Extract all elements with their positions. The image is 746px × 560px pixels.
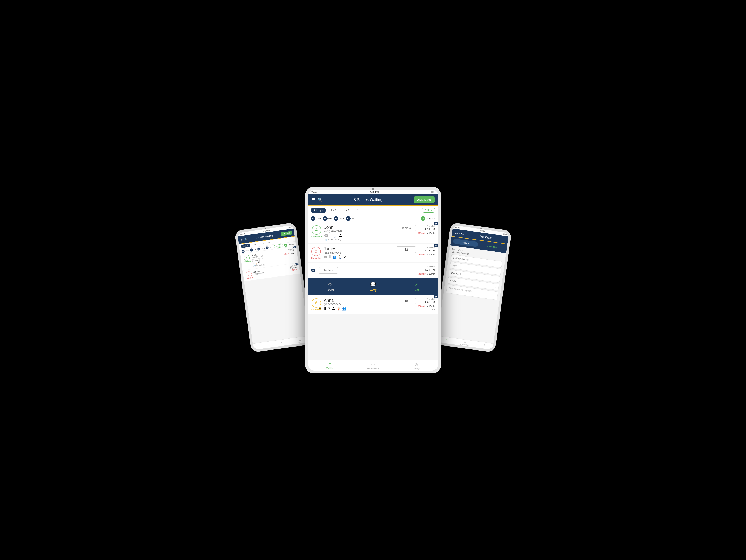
swiped-wait-num: 31min: [418, 272, 426, 275]
app-header: ☰ 🔍 3 Parties Waiting ADD NEW: [308, 194, 438, 205]
left-item1-right: Arrived at 4:11 PM 30min / 10min: [283, 248, 295, 255]
note-icon: 📄: [324, 239, 327, 241]
left-filter-5plus[interactable]: 5+: [266, 241, 271, 245]
john-icons: x1 ⠿ 🚶 ⛱: [324, 234, 394, 238]
rp-carrier: Verizon: [455, 226, 461, 229]
james-status: Cancelled: [311, 257, 321, 259]
seat-action[interactable]: ✓ Seat: [395, 278, 438, 296]
group2-icon: ⠿: [328, 255, 331, 259]
rp-cancel-button[interactable]: CANCEL: [454, 231, 464, 235]
add-new-button[interactable]: ADD NEW: [414, 196, 435, 203]
search-icon[interactable]: 🔍: [318, 197, 322, 202]
filter-label: Filter: [427, 209, 432, 212]
cancel-icon: ⊘: [328, 282, 332, 287]
left-badge-x3: x3: [241, 249, 245, 253]
nav-reservations[interactable]: ▭ Reservations: [351, 362, 395, 370]
rp-nav-reservations[interactable]: ▭ Reservations: [455, 339, 475, 347]
anna-status: Notified +1: [311, 309, 321, 311]
anna-corner-badge: W: [434, 296, 438, 298]
filter-1-2[interactable]: 1 - 2: [327, 207, 339, 213]
x1-badge: x1: [324, 234, 328, 237]
nav-history-label: History: [413, 367, 420, 370]
person-standing-icon: 🚶: [333, 234, 337, 238]
rp-nav-history[interactable]: ◷: [474, 342, 493, 349]
waitlist-container: W 4 Confirmed John (408) 909-6398 x1 ⠿ 🚶…: [308, 222, 438, 360]
anna-arrived-time: 4:28 PM: [425, 301, 435, 304]
anna-name: Anna: [324, 298, 394, 303]
seat-label: Seat: [413, 288, 419, 291]
clock: 4:59 PM: [370, 191, 379, 193]
waitlist-item-anna[interactable]: W 6 Notified +1 Anna (222) 222-2222 ⠿ ☑: [308, 296, 438, 314]
left-add-new-button[interactable]: ADD NEW: [280, 231, 292, 236]
swiped-wait-slash: / 10min: [427, 273, 435, 275]
john-note-text: Peanut Allergy: [327, 239, 341, 241]
left-filter-12[interactable]: 1 - 2: [251, 243, 258, 247]
waitlist-item-james[interactable]: W 2 Cancelled James (262) 563-9863 x2 ⠿ …: [308, 244, 438, 262]
time-x1: 24m: [351, 217, 356, 220]
notify-action[interactable]: 💬 Notify: [351, 278, 395, 296]
selected-label: Selected: [426, 217, 435, 220]
count-x3: x3 28m: [311, 216, 321, 221]
left-phone: Verizon 4:58 PM 12% ☰ 🔍 3 Parties Waitin…: [234, 222, 312, 353]
rp-reservations-icon: ▭: [464, 340, 466, 343]
anna-notified-count: +1: [319, 307, 321, 310]
filter-button[interactable]: ⚙ Filter: [422, 208, 435, 213]
james-icons: x2 ⠿ 👥 🚶 ☑: [324, 255, 394, 259]
left-item2-corner: W: [295, 263, 299, 265]
filter-3-4[interactable]: 3 - 4: [341, 207, 352, 213]
rp-form: Past Visits: 1 Last Visit: 7/24/2018 Par…: [437, 245, 506, 343]
right-phone: Verizon 11:06 AM 13% CANCEL Add Party Wa…: [434, 222, 512, 353]
anna-right: Arrived at 4:28 PM 24min / 10min DEV: [418, 298, 435, 310]
notify-icon: 💬: [370, 282, 376, 287]
filter-5plus[interactable]: 5+: [354, 207, 363, 213]
left-menu-icon[interactable]: ☰: [240, 238, 243, 241]
left-filter-button[interactable]: ⚙ Filter: [274, 244, 283, 248]
page-title: 3 Parties Waiting: [325, 198, 411, 202]
x2-badge: x2: [324, 256, 327, 258]
waitlist-item-john[interactable]: W 4 Confirmed John (408) 909-6398 x1 ⠿ 🚶…: [308, 222, 438, 243]
james-info: James (262) 563-9863 x2 ⠿ 👥 🚶 ☑: [324, 246, 394, 260]
seat-icon: ✓: [414, 282, 418, 287]
tablet-inner: Verizon 4:59 PM 66% ☰ 🔍 3 Parties Waitin…: [308, 190, 438, 370]
john-table-input[interactable]: [397, 225, 416, 231]
john-status: Confirmed: [311, 235, 322, 238]
battery: 66%: [431, 191, 434, 193]
group3-icon: 👥: [333, 255, 337, 259]
swiped-table-input[interactable]: [319, 267, 338, 274]
nav-reservations-icon: ▭: [371, 362, 375, 367]
rp-note-placeholder: Note or special requests...: [449, 287, 474, 292]
left-carrier: Verizon: [239, 232, 245, 235]
rp-battery: 13%: [503, 233, 507, 235]
james-wait-time: 29min / 10min: [418, 253, 435, 256]
john-wait-num: 30min: [418, 231, 426, 235]
swipe-action-row: ⊘ Cancel 💬 Notify ✓ Seat: [308, 278, 438, 296]
left-phone-camera: [264, 228, 266, 229]
left-time: 4:58 PM: [263, 229, 270, 232]
filter-all-tops[interactable]: All Tops: [311, 207, 326, 213]
person-icon: 🧍: [255, 262, 257, 265]
menu-icon[interactable]: ☰: [312, 197, 315, 202]
left-filter-34[interactable]: 3 - 4: [258, 242, 265, 246]
left-item2-right: Arrived at 4:13 PM 29min: [289, 264, 297, 271]
james-table-input[interactable]: [397, 246, 416, 253]
left-search-icon[interactable]: 🔍: [244, 237, 248, 241]
time-x2: 30m: [339, 217, 344, 220]
rp-tab-reservation[interactable]: Reservation: [479, 242, 505, 251]
left-nav-reservations[interactable]: ▭: [271, 339, 291, 347]
anna-drink-icon: 🍹: [337, 307, 341, 311]
time-x0: 0m: [328, 217, 332, 220]
left-nav-waitlist[interactable]: ≡: [253, 342, 272, 349]
waitlist-icon: ≡: [261, 343, 263, 346]
notify-label: Notify: [370, 288, 377, 291]
left-battery: 12%: [288, 226, 291, 228]
nav-waitlist[interactable]: ≡ Waitlist: [308, 362, 351, 370]
left-badge-x1: x1: [265, 246, 269, 249]
nav-history[interactable]: ◷ History: [395, 362, 438, 370]
cancel-action[interactable]: ⊘ Cancel: [308, 278, 351, 296]
left-filter-alltops[interactable]: All Tops: [240, 244, 250, 248]
tablet: Verizon 4:59 PM 66% ☰ 🔍 3 Parties Waitin…: [305, 187, 441, 373]
swiped-arrived-label: Arrived at: [427, 265, 435, 268]
rp-tab-walkin[interactable]: Walk In: [453, 239, 478, 247]
anna-check-icon: ☑: [328, 307, 331, 311]
anna-table-input[interactable]: [397, 298, 416, 304]
